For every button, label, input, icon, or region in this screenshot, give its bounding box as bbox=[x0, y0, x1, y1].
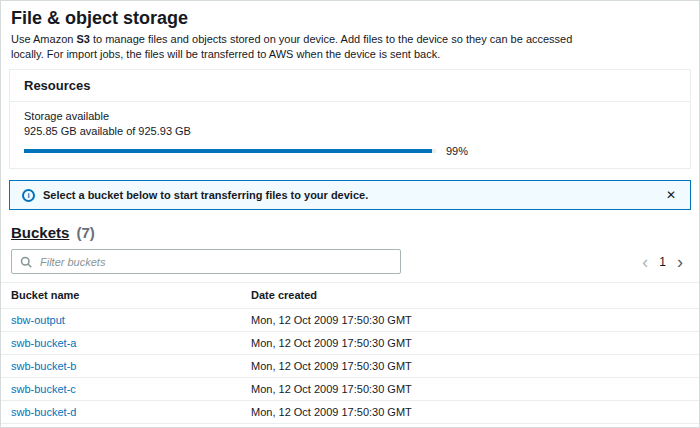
filter-buckets-input[interactable] bbox=[38, 255, 392, 269]
buckets-heading: Buckets (7) bbox=[11, 223, 689, 242]
storage-available-value: 925.85 GB available of 925.93 GB bbox=[24, 124, 676, 138]
alert-close-button[interactable]: ✕ bbox=[664, 188, 678, 202]
buckets-controls: ‹ 1 › bbox=[11, 249, 689, 274]
bucket-link[interactable]: sbw-output bbox=[11, 314, 65, 326]
search-icon bbox=[20, 256, 32, 268]
alert-message: Select a bucket below to start transferr… bbox=[43, 189, 368, 201]
resources-panel: Resources Storage available 925.85 GB av… bbox=[9, 69, 691, 169]
info-alert: i Select a bucket below to start transfe… bbox=[9, 180, 691, 210]
description-text: to manage files and objects stored on yo… bbox=[11, 33, 572, 60]
bucket-link[interactable]: swb-bucket-d bbox=[11, 406, 76, 418]
table-row: swb-bucket-e Mon, 12 Oct 2009 17:50:30 G… bbox=[1, 424, 699, 428]
storage-progress-row: 99% bbox=[24, 145, 676, 157]
date-created-cell: Mon, 12 Oct 2009 17:50:30 GMT bbox=[241, 309, 699, 332]
table-row: swb-bucket-a Mon, 12 Oct 2009 17:50:30 G… bbox=[1, 332, 699, 355]
previous-page-button[interactable]: ‹ bbox=[642, 255, 648, 269]
resources-panel-body: Storage available 925.85 GB available of… bbox=[10, 102, 690, 168]
page: File & object storage Use Amazon S3 to m… bbox=[0, 0, 700, 428]
buckets-count: (7) bbox=[77, 224, 95, 241]
buckets-title: Buckets bbox=[11, 224, 69, 241]
description-text: Use Amazon bbox=[11, 33, 76, 45]
description-bold-text: S3 bbox=[76, 33, 89, 45]
pagination: ‹ 1 › bbox=[642, 255, 683, 269]
chevron-left-icon: ‹ bbox=[642, 252, 648, 272]
filter-box bbox=[11, 249, 401, 274]
column-header-date-created: Date created bbox=[241, 283, 699, 309]
current-page-number[interactable]: 1 bbox=[659, 255, 666, 269]
table-row: swb-bucket-c Mon, 12 Oct 2009 17:50:30 G… bbox=[1, 378, 699, 401]
date-created-cell: Mon, 12 Oct 2009 17:50:30 GMT bbox=[241, 355, 699, 378]
table-header-row: Bucket name Date created bbox=[1, 283, 699, 309]
storage-progress-fill bbox=[24, 149, 432, 153]
next-page-button[interactable]: › bbox=[677, 255, 683, 269]
column-header-bucket-name: Bucket name bbox=[1, 283, 241, 309]
date-created-cell: Mon, 12 Oct 2009 17:50:30 GMT bbox=[241, 332, 699, 355]
close-icon: ✕ bbox=[666, 188, 676, 202]
bucket-link[interactable]: swb-bucket-c bbox=[11, 383, 76, 395]
table-row: sbw-output Mon, 12 Oct 2009 17:50:30 GMT bbox=[1, 309, 699, 332]
date-created-cell: Mon, 12 Oct 2009 17:50:30 GMT bbox=[241, 424, 699, 428]
info-icon: i bbox=[22, 189, 35, 202]
table-row: swb-bucket-b Mon, 12 Oct 2009 17:50:30 G… bbox=[1, 355, 699, 378]
page-title: File & object storage bbox=[11, 7, 689, 29]
page-description: Use Amazon S3 to manage files and object… bbox=[11, 32, 576, 61]
buckets-table: Bucket name Date created sbw-output Mon,… bbox=[1, 282, 699, 428]
bucket-link[interactable]: swb-bucket-b bbox=[11, 360, 76, 372]
chevron-right-icon: › bbox=[677, 252, 683, 272]
date-created-cell: Mon, 12 Oct 2009 17:50:30 GMT bbox=[241, 378, 699, 401]
date-created-cell: Mon, 12 Oct 2009 17:50:30 GMT bbox=[241, 401, 699, 424]
bucket-link[interactable]: swb-bucket-a bbox=[11, 337, 76, 349]
table-row: swb-bucket-d Mon, 12 Oct 2009 17:50:30 G… bbox=[1, 401, 699, 424]
resources-panel-title: Resources bbox=[10, 70, 690, 102]
storage-progress-percent: 99% bbox=[446, 145, 468, 157]
storage-available-label: Storage available bbox=[24, 109, 676, 123]
storage-progress-bar bbox=[24, 149, 436, 153]
